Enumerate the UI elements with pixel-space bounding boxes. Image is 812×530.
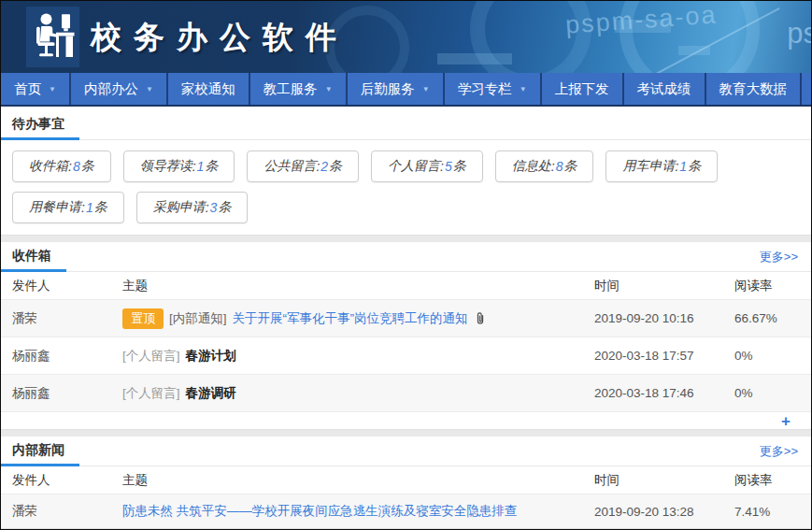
news-section: 内部新闻 更多>> 发件人 主题 时间 阅读率 潘荣 防患未然 共筑平安——学校… bbox=[1, 437, 811, 529]
todo-button-label: 公共留言 bbox=[264, 158, 316, 175]
readrate-cell: 0% bbox=[734, 386, 811, 400]
inbox-table-header: 发件人 主题 时间 阅读率 bbox=[1, 272, 811, 300]
todo-button-info-office[interactable]: 信息处:8 条 bbox=[495, 150, 594, 182]
todo-button-purchase-request[interactable]: 采购申请:3 条 bbox=[136, 192, 249, 223]
subject-prefix: [内部通知] bbox=[169, 310, 227, 327]
todo-button-count: 8 bbox=[555, 159, 564, 174]
todo-section-title: 待办事宜 bbox=[1, 110, 79, 140]
nav-item-education-bigdata[interactable]: 教育大数据 bbox=[705, 73, 801, 105]
todo-button-label: 收件箱 bbox=[29, 158, 68, 175]
time-cell: 2020-03-18 17:57 bbox=[594, 349, 734, 363]
news-table-header: 发件人 主题 时间 阅读率 bbox=[1, 466, 811, 494]
nav-item-exam-scores[interactable]: 考试成绩 bbox=[622, 73, 705, 105]
todo-button-vehicle-request[interactable]: 用车申请:1 条 bbox=[605, 150, 718, 182]
app-header: 校务办公软件 pspm-sa-oa ps bbox=[1, 1, 811, 73]
inbox-section-title: 收件箱 bbox=[1, 242, 66, 272]
nav-item-staff-services[interactable]: 教工服务 ▼ bbox=[249, 73, 346, 105]
todo-button-count: 1 bbox=[196, 159, 206, 174]
inbox-footer: + bbox=[1, 412, 811, 429]
nav-item-logistics-services[interactable]: 后勤服务 ▼ bbox=[346, 73, 443, 105]
column-header-sender: 发件人 bbox=[12, 472, 122, 489]
subject-cell: [个人留言] 春游调研 bbox=[122, 385, 594, 402]
subject-title[interactable]: 春游计划 bbox=[186, 348, 236, 365]
nav-item-learning-column[interactable]: 学习专栏 ▼ bbox=[443, 73, 540, 105]
nav-item-internal-office[interactable]: 内部办公 ▼ bbox=[69, 73, 166, 105]
todo-button-count: 8 bbox=[72, 159, 81, 174]
sender-cell: 潘荣 bbox=[12, 310, 122, 327]
section-divider bbox=[1, 429, 811, 437]
sender-cell: 杨丽鑫 bbox=[12, 385, 122, 402]
todo-button-label: 采购申请 bbox=[153, 199, 206, 216]
sender-cell: 潘荣 bbox=[12, 503, 122, 520]
main-nav: 首页 ▼ 内部办公 ▼ 家校通知 教工服务 ▼ 后勤服务 ▼ 学习专栏 ▼ 上报… bbox=[1, 73, 811, 107]
header-watermark: pspm-sa-oa bbox=[565, 1, 719, 40]
nav-item-settings[interactable]: ⚙ ▼ bbox=[800, 73, 812, 105]
nav-item-home[interactable]: 首页 ▼ bbox=[1, 73, 69, 105]
attachment-icon bbox=[476, 312, 485, 325]
nav-item-label: 考试成绩 bbox=[637, 80, 691, 98]
header-decoration bbox=[437, 53, 512, 64]
app-window: 校务办公软件 pspm-sa-oa ps 首页 ▼ 内部办公 ▼ 家校通知 教工… bbox=[0, 0, 812, 530]
readrate-cell: 66.67% bbox=[734, 311, 811, 325]
subject-cell: 置顶 [内部通知] 关于开展“军事化干事”岗位竞聘工作的通知 bbox=[122, 308, 594, 329]
nav-item-label: 家校通知 bbox=[181, 80, 235, 98]
todo-button-label: 用餐申请 bbox=[29, 199, 81, 216]
todo-button-unit: 条 bbox=[563, 158, 577, 175]
sender-cell: 杨丽鑫 bbox=[12, 348, 122, 365]
column-header-time: 时间 bbox=[594, 472, 734, 489]
nav-item-label: 内部办公 bbox=[84, 80, 138, 98]
table-row: 杨丽鑫 [个人留言] 春游计划 2020-03-18 17:57 0% bbox=[1, 337, 811, 375]
app-logo bbox=[26, 7, 79, 67]
header-decoration bbox=[678, 46, 710, 55]
todo-button-label: 个人留言 bbox=[388, 158, 440, 175]
nav-item-label: 上报下发 bbox=[555, 80, 609, 98]
todo-button-inbox[interactable]: 收件箱:8 条 bbox=[12, 150, 111, 182]
column-header-subject: 主题 bbox=[122, 278, 594, 294]
column-header-time: 时间 bbox=[594, 278, 734, 294]
news-section-title: 内部新闻 bbox=[1, 437, 79, 466]
table-row: 潘荣 置顶 [内部通知] 关于开展“军事化干事”岗位竞聘工作的通知 2019-0… bbox=[1, 300, 811, 337]
todo-button-public-messages[interactable]: 公共留言:2 条 bbox=[247, 150, 359, 182]
todo-button-meal-request[interactable]: 用餐申请:1 条 bbox=[12, 192, 124, 223]
todo-button-count: 1 bbox=[678, 159, 688, 174]
todo-button-unit: 条 bbox=[453, 158, 466, 175]
todo-button-unit: 条 bbox=[94, 199, 107, 216]
column-header-readrate: 阅读率 bbox=[734, 278, 811, 294]
news-more-link[interactable]: 更多>> bbox=[760, 437, 811, 466]
subject-link[interactable]: 防患未然 共筑平安——学校开展夜间应急逃生演练及寝室安全隐患排查 bbox=[122, 503, 517, 520]
nav-item-label: 后勤服务 bbox=[361, 80, 415, 98]
todo-section-header: 待办事宜 bbox=[1, 110, 811, 140]
subject-prefix: [个人留言] bbox=[122, 348, 180, 365]
todo-button-unit: 条 bbox=[218, 199, 231, 216]
pinned-badge: 置顶 bbox=[122, 308, 164, 329]
todo-button-count: 3 bbox=[209, 200, 219, 215]
inbox-section: 收件箱 更多>> 发件人 主题 时间 阅读率 潘荣 置顶 [内部通知] 关于开展… bbox=[1, 242, 811, 429]
add-button[interactable]: + bbox=[781, 413, 791, 429]
inbox-more-link[interactable]: 更多>> bbox=[760, 242, 811, 271]
column-header-subject: 主题 bbox=[122, 472, 594, 489]
todo-button-leader-reading[interactable]: 领导荐读:1 条 bbox=[123, 150, 235, 182]
nav-item-home-school-notice[interactable]: 家校通知 bbox=[166, 73, 249, 105]
table-row: 潘荣 防患未然 共筑平安——学校开展夜间应急逃生演练及寝室安全隐患排查 2019… bbox=[1, 494, 811, 529]
person-at-desk-icon bbox=[31, 11, 76, 64]
todo-button-label: 信息处 bbox=[512, 158, 551, 175]
subject-title[interactable]: 春游调研 bbox=[186, 385, 236, 402]
chevron-down-icon: ▼ bbox=[422, 85, 430, 93]
nav-item-label: 首页 bbox=[14, 80, 41, 98]
todo-button-label: 用车申请 bbox=[622, 158, 675, 175]
nav-item-report-dispatch[interactable]: 上报下发 bbox=[540, 73, 622, 105]
todo-button-count: 5 bbox=[444, 159, 453, 174]
todo-button-count: 1 bbox=[85, 200, 94, 215]
subject-cell: 防患未然 共筑平安——学校开展夜间应急逃生演练及寝室安全隐患排查 bbox=[122, 503, 594, 520]
inbox-section-header: 收件箱 更多>> bbox=[1, 242, 811, 272]
todo-button-count: 2 bbox=[320, 159, 329, 174]
todo-button-unit: 条 bbox=[205, 158, 218, 175]
todo-button-personal-messages[interactable]: 个人留言:5 条 bbox=[371, 150, 483, 182]
chevron-down-icon: ▼ bbox=[146, 85, 153, 93]
header-watermark-right: ps bbox=[787, 17, 811, 50]
time-cell: 2019-09-20 10:16 bbox=[594, 311, 734, 325]
readrate-cell: 7.41% bbox=[734, 505, 811, 519]
subject-link[interactable]: 关于开展“军事化干事”岗位竞聘工作的通知 bbox=[233, 310, 468, 327]
time-cell: 2019-09-20 13:28 bbox=[594, 505, 734, 519]
readrate-cell: 0% bbox=[734, 349, 811, 363]
